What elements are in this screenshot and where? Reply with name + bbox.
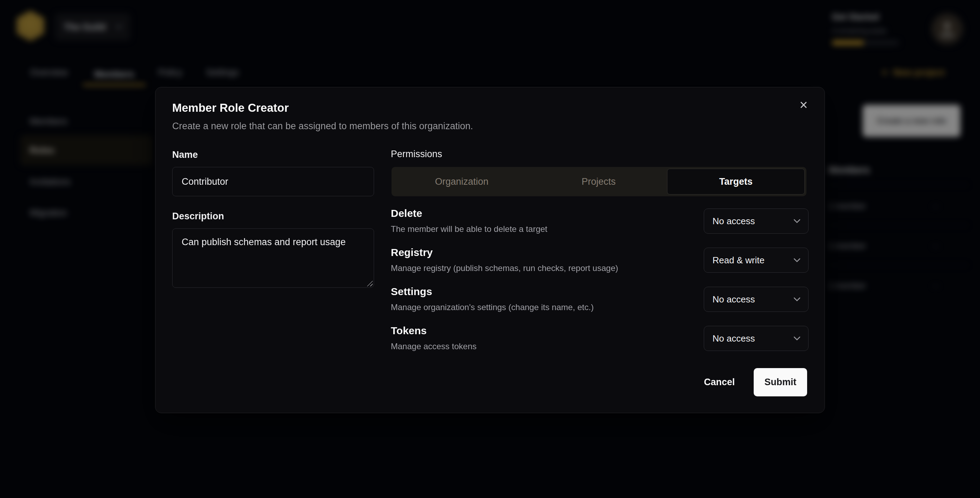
dialog-title: Member Role Creator (172, 101, 289, 115)
tab-targets[interactable]: Targets (667, 169, 805, 194)
chevron-down-icon (794, 336, 800, 340)
description-label: Description (172, 211, 224, 222)
chevron-down-icon (794, 297, 800, 301)
close-icon[interactable]: × (795, 96, 812, 113)
permission-desc-delete: The member will be able to delete a targ… (391, 224, 547, 234)
permissions-label: Permissions (391, 149, 442, 160)
permission-desc-tokens: Manage access tokens (391, 342, 476, 351)
chevron-down-icon (794, 219, 800, 223)
permission-title-delete: Delete (391, 207, 422, 219)
name-label: Name (172, 150, 198, 160)
cancel-button[interactable]: Cancel (695, 370, 744, 395)
submit-button[interactable]: Submit (754, 368, 807, 396)
tokens-access-select[interactable]: No access (704, 326, 808, 351)
tab-projects[interactable]: Projects (530, 169, 667, 194)
description-textarea[interactable]: Can publish schemas and report usage (172, 228, 374, 288)
name-input[interactable] (172, 167, 374, 196)
permission-title-registry: Registry (391, 247, 433, 258)
member-role-creator-dialog: Member Role Creator Create a new role th… (155, 87, 825, 413)
registry-access-select[interactable]: Read & write (704, 248, 808, 273)
dialog-subtitle: Create a new role that can be assigned t… (172, 121, 473, 132)
permission-desc-registry: Manage registry (publish schemas, run ch… (391, 263, 618, 273)
dialog-footer: Cancel Submit (695, 368, 807, 396)
chevron-down-icon (794, 258, 800, 262)
permission-title-settings: Settings (391, 286, 432, 298)
permission-desc-settings: Manage organization's settings (change i… (391, 302, 594, 312)
tab-organization[interactable]: Organization (393, 169, 530, 194)
settings-access-select[interactable]: No access (704, 287, 808, 312)
permission-title-tokens: Tokens (391, 325, 427, 337)
delete-access-select[interactable]: No access (704, 208, 808, 234)
permissions-tabbar: Organization Projects Targets (391, 167, 807, 196)
